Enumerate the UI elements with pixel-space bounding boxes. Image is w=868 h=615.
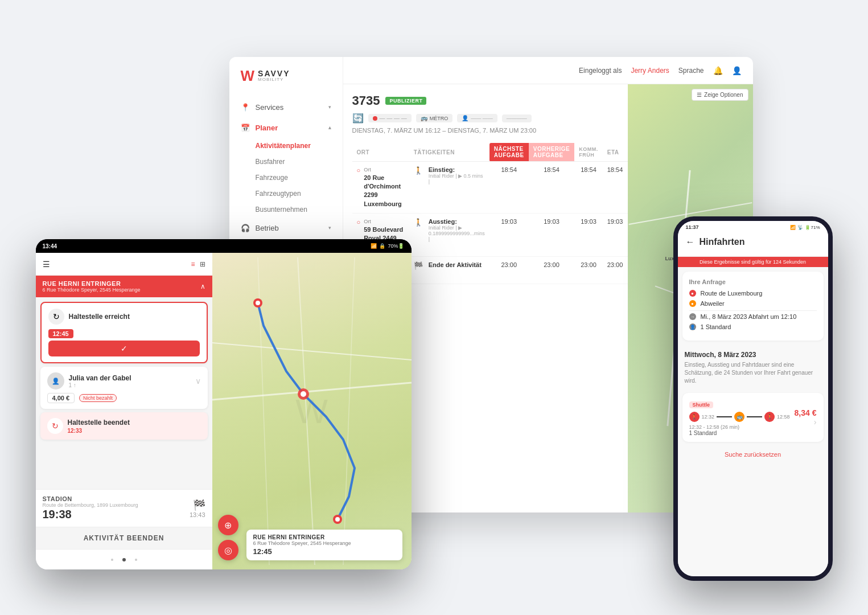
chip-bus: 🚌 MÉTRO <box>416 114 453 122</box>
check-button[interactable]: ✓ <box>48 341 200 356</box>
request-from: Route de Luxembourg <box>701 290 763 297</box>
expand-icon[interactable]: ∨ <box>195 376 201 386</box>
refresh-icon[interactable]: 🔄 <box>352 113 364 124</box>
sidebar-sub-aktivitätenplaner[interactable]: Aktivitätenplaner <box>229 138 343 154</box>
request-to-row: ● Abweiler <box>689 300 817 307</box>
sidebar-sub-busfahrer[interactable]: Busfahrer <box>229 154 343 170</box>
nav-dot <box>111 559 113 561</box>
sidebar-sub-fahrzeuge[interactable]: Fahrzeuge <box>229 170 343 186</box>
request-passengers: 1 Standard <box>701 323 731 330</box>
chip-extra: ———— <box>502 114 532 122</box>
trip-content: Shuttle 🚶 12:32 🚌 🚶 12:58 12:32 - 12:58 … <box>689 399 790 436</box>
passenger-avatar: 👤 <box>47 372 64 390</box>
route-header: RUE HERNI ENTRINGER 6 Rue Théodore Speye… <box>36 276 212 297</box>
chevron-up-icon: ▴ <box>328 125 331 130</box>
map-recenter-button[interactable]: ⊕ <box>218 515 238 535</box>
svg-point-10 <box>301 391 306 397</box>
svg-line-2 <box>298 257 315 565</box>
status-badge: PUBLIZIERT <box>385 97 426 105</box>
service-icons-row: 🔄 — — — — 🚌 MÉTRO 👤 —— —— ———— <box>352 113 619 124</box>
chevron-icon: ▾ <box>328 225 331 231</box>
sidebar-item-planer[interactable]: 📅 Planer ▴ <box>229 117 343 138</box>
stop-reached-title: Haltestelle erreicht <box>69 313 130 321</box>
request-section: Ihre Anfrage ● Route de Luxembourg ● Abw… <box>682 272 824 341</box>
sidebar-label-betrieb: Betrieb <box>256 224 279 232</box>
stop-icon: ↻ <box>48 309 64 325</box>
map-info-bubble: RUE HERNI ENTRINGER 6 Rue Théodore Speye… <box>246 530 402 560</box>
tablet-time: 13:44 <box>43 243 57 249</box>
nav-dot <box>122 558 126 561</box>
trip-price: 8,34 € <box>795 408 817 417</box>
list-view-icon[interactable]: ≡ <box>191 260 195 268</box>
map-location-button[interactable]: ◎ <box>218 540 238 560</box>
trip-card[interactable]: Shuttle 🚶 12:32 🚌 🚶 12:58 12:32 - 12:58 … <box>682 393 824 442</box>
trip-end-icon: 🚶 <box>764 412 775 422</box>
logo-mobility: MOBILITY <box>258 77 290 82</box>
end-icon: 🏁 <box>414 261 423 270</box>
chip-route: — — — — <box>368 114 412 122</box>
trip-arrive-time: 12:58 <box>777 414 790 420</box>
trip-start-icon: 🚶 <box>689 412 700 422</box>
phone-title: Hinfahrten <box>700 237 745 247</box>
destination-address: Route de Bettembourg, 1899 Luxembourg <box>43 502 138 508</box>
calendar-icon: 📅 <box>241 123 250 132</box>
language-btn[interactable]: Sprache <box>678 67 704 75</box>
headset-icon: 🎧 <box>241 223 250 232</box>
boarding-icon: 🚶 <box>414 166 423 175</box>
hamburger-icon[interactable]: ☰ <box>43 260 50 269</box>
user-profile-icon[interactable]: 👤 <box>732 66 742 75</box>
trip-times: 12:32 - 12:58 (26 min) <box>689 424 790 430</box>
request-to: Abweiler <box>701 300 725 307</box>
svg-point-6 <box>256 301 260 305</box>
col-taetigkeiten: TÄTIGKEITEN <box>409 143 489 162</box>
sidebar-item-services[interactable]: 📍 Services ▾ <box>229 97 343 117</box>
date-header: Mittwoch, 8 März 2023 <box>678 345 828 361</box>
col-eta: ETA <box>603 143 628 162</box>
service-date: DIENSTAG, 7. MÄRZ UM 16:12 – DIENSTAG, 7… <box>352 127 619 134</box>
end-activity-button[interactable]: AKTIVITÄT BEENDEN <box>36 527 212 549</box>
col-ort: ORT <box>352 143 409 162</box>
logged-in-label: Eingeloggt als <box>579 67 622 75</box>
phone-time: 11:37 <box>686 224 699 230</box>
svg-point-8 <box>335 517 340 522</box>
grid-view-icon[interactable]: ⊞ <box>200 260 205 268</box>
svg-line-1 <box>212 383 412 400</box>
date-sub: Einstieg, Ausstieg und Fahrtdauer sind e… <box>678 361 828 390</box>
date-icon: → <box>689 313 696 320</box>
from-icon: ● <box>689 290 696 297</box>
stop-end-card: ↻ Haltestelle beendet 12:33 <box>40 412 208 440</box>
bubble-address: 6 Rue Théodore Speyer, 2545 Hesperange <box>253 540 396 546</box>
trip-timeline: 🚶 12:32 🚌 🚶 12:58 <box>689 412 790 422</box>
passenger-name: Julia van der Gabel <box>69 374 195 382</box>
route-svg <box>212 253 412 569</box>
phone-status-icons: 📶📡🔋71% <box>790 225 820 230</box>
topbar: Eingeloggt als Jerry Anders Sprache 🔔 👤 <box>343 57 753 84</box>
sidebar-sub-busunternehmen[interactable]: Busunternehmen <box>229 202 343 218</box>
tablet-status-bar: 13:44 📶🔒70%🔋 <box>36 239 412 253</box>
location-icon: 📍 <box>241 102 250 112</box>
chip-person: 👤 —— —— <box>457 114 497 122</box>
sidebar-sub-fahrzeugtypen[interactable]: Fahrzeugtypen <box>229 186 343 202</box>
col-vorherige: VORHERIGE AUFGABE <box>529 143 575 162</box>
bubble-route-name: RUE HERNI ENTRINGER <box>253 534 396 540</box>
user-name: Jerry Anders <box>631 67 669 75</box>
route-address: 6 Rue Théodore Speyer, 2545 Hesperange <box>43 287 141 293</box>
col-naechste: NÄCHSTE AUFGABE <box>489 143 529 162</box>
phone-device: 11:37 📶📡🔋71% ← Hinfahrten Diese Ergebnis… <box>673 216 833 581</box>
destination-name: STADION <box>43 495 138 502</box>
activities-list: ↻ Haltestelle erreicht 12:45 ✓ 👤 Julia v… <box>36 297 212 489</box>
request-pax-row: 👤 1 Standard <box>689 323 817 330</box>
service-number: 3735 <box>352 93 380 108</box>
reset-search-link[interactable]: Suche zurücksetzen <box>678 445 828 464</box>
chevron-icon: ▾ <box>328 104 331 110</box>
route-chevron-icon[interactable]: ∧ <box>200 282 205 290</box>
passenger-card: 👤 Julia van der Gabel 1 ↑ ∨ 4,00 € Nicht… <box>40 367 208 409</box>
tablet-map: W <box>212 253 412 569</box>
tablet-status-icons: 📶🔒70%🔋 <box>371 243 404 249</box>
notification-icon[interactable]: 🔔 <box>713 66 723 75</box>
logo-icon: W <box>241 68 255 83</box>
show-options-btn[interactable]: ☰ Zeige Optionen <box>692 89 748 101</box>
back-button[interactable]: ← <box>686 237 695 247</box>
price-badge: 4,00 € <box>47 393 75 403</box>
sidebar-item-betrieb[interactable]: 🎧 Betrieb ▾ <box>229 218 343 238</box>
